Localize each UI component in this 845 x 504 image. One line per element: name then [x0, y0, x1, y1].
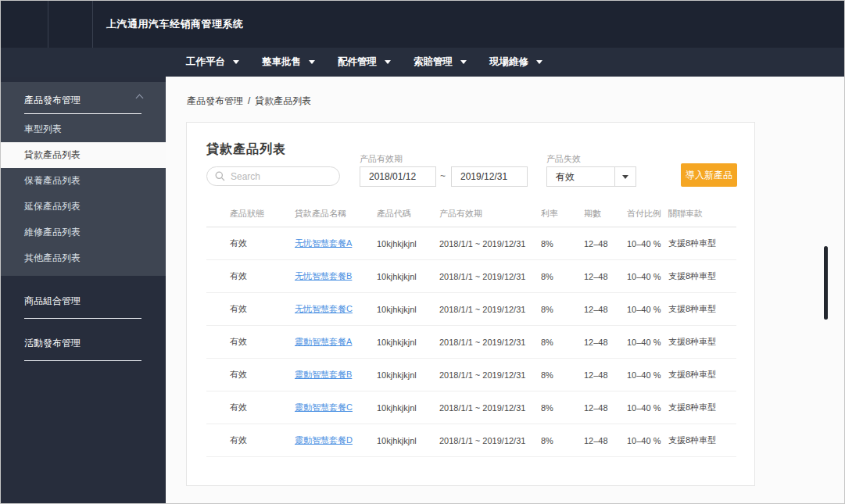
chevron-down-icon [385, 60, 391, 64]
cell-down-payment: 10–40 % [627, 370, 668, 380]
cell-product-name-link[interactable]: 无忧智慧套餐B [295, 270, 377, 282]
cell-periods: 12–48 [584, 338, 627, 347]
sidebar-link-item[interactable]: 商品組合管理 [1, 295, 166, 319]
cell-vehicles: 支援8种車型 [668, 336, 736, 348]
status-filter-label: 产品失效 [546, 153, 581, 165]
cell-product-code: 10kjhkjkjnl [377, 338, 439, 347]
sidebar-menu-item[interactable]: 維修產品列表 [1, 220, 166, 245]
date-from-input[interactable] [360, 166, 436, 187]
col-header-rate: 利率 [541, 208, 584, 220]
cell-down-payment: 10–40 % [627, 305, 668, 314]
cell-product-name-link[interactable]: 靈動智慧套餐D [295, 434, 377, 446]
sidebar-menu-label: 維修產品列表 [24, 227, 81, 238]
sidebar-menu-label: 其他產品列表 [24, 252, 81, 263]
cell-validity: 2018/1/1 ~ 2019/12/31 [439, 338, 541, 347]
cell-validity: 2018/1/1 ~ 2019/12/31 [439, 239, 541, 248]
status-select-value: 有效 [547, 170, 614, 184]
sidebar-menu-item[interactable]: 車型列表 [1, 116, 166, 142]
cell-down-payment: 10–40 % [627, 272, 668, 281]
breadcrumb: 產品發布管理/貸款產品列表 [187, 95, 311, 108]
date-to-input[interactable] [451, 166, 528, 187]
cell-rate: 8% [541, 436, 584, 445]
cell-product-code: 10kjhkjkjnl [377, 370, 439, 380]
cell-validity: 2018/1/1 ~ 2019/12/31 [439, 436, 541, 445]
vertical-scrollbar-thumb[interactable] [824, 246, 828, 320]
cell-product-name-link[interactable]: 无忧智慧套餐A [295, 238, 377, 249]
cell-product-code: 10kjhkjkjnl [377, 272, 439, 281]
breadcrumb-parent[interactable]: 產品發布管理 [187, 95, 243, 106]
col-header-code: 產品代碼 [377, 208, 439, 220]
cell-rate: 8% [541, 403, 584, 413]
col-header-status: 產品狀態 [230, 208, 295, 220]
main-content: 產品發布管理/貸款產品列表 貸款產品列表 产品有效期 ~ 产品失效 有效 [166, 77, 845, 504]
table-header-row: 產品狀態 貸款產品名稱 產品代碼 产品有效期 利率 期數 首付比例 關聯車款 [206, 201, 736, 227]
cell-vehicles: 支援8种車型 [668, 238, 736, 249]
cell-product-name-link[interactable]: 靈動智慧套餐C [295, 402, 377, 413]
cell-status: 有效 [230, 336, 295, 348]
sidebar-menu-item[interactable]: 貸款產品列表 [1, 142, 166, 168]
top-header-bar: 上汽通用汽车经销商管理系统 [1, 1, 844, 48]
cell-product-name-link[interactable]: 无忧智慧套餐C [295, 303, 377, 315]
col-header-periods: 期數 [584, 208, 627, 220]
group-underline [24, 113, 141, 114]
breadcrumb-separator: / [248, 95, 250, 106]
cell-product-code: 10kjhkjkjnl [377, 239, 439, 248]
chevron-down-icon [536, 60, 542, 64]
loan-products-table: 產品狀態 貸款產品名稱 產品代碼 产品有效期 利率 期數 首付比例 關聯車款 有… [206, 201, 736, 457]
nav-menu-label: 現場維修 [489, 55, 528, 69]
nav-menu-item[interactable]: 現場維修 [489, 55, 542, 69]
cell-rate: 8% [541, 305, 584, 314]
link-underline [24, 318, 141, 319]
status-select[interactable]: 有效 [546, 166, 636, 187]
panel-title: 貸款產品列表 [206, 141, 286, 158]
nav-menu-item[interactable]: 工作平台 [186, 55, 239, 69]
sidebar-menu-item[interactable]: 延保產品列表 [1, 194, 166, 220]
nav-menu-item[interactable]: 索賠管理 [414, 55, 467, 69]
cell-product-name-link[interactable]: 靈動智慧套餐A [295, 336, 377, 348]
cell-periods: 12–48 [584, 239, 627, 248]
cell-vehicles: 支援8种車型 [668, 369, 736, 381]
nav-menu-label: 工作平台 [186, 55, 225, 69]
table-row: 有效 靈動智慧套餐C 10kjhkjkjnl 2018/1/1 ~ 2019/1… [206, 391, 736, 424]
cell-down-payment: 10–40 % [627, 436, 668, 445]
cell-periods: 12–48 [584, 370, 627, 380]
search-input[interactable] [231, 171, 331, 182]
nav-menu-label: 配件管理 [338, 55, 377, 69]
sidebar-menu-item[interactable]: 保養產品列表 [1, 168, 166, 194]
table-row: 有效 无忧智慧套餐A 10kjhkjkjnl 2018/1/1 ~ 2019/1… [206, 227, 736, 260]
cell-periods: 12–48 [584, 305, 627, 314]
sidebar: 產品發布管理 車型列表 貸款產品列表 保養產品列表 延保產品列表 維修產品列表 … [1, 77, 166, 504]
breadcrumb-current: 貸款產品列表 [255, 95, 311, 106]
cell-vehicles: 支援8种車型 [668, 270, 736, 282]
cell-product-code: 10kjhkjkjnl [377, 403, 439, 413]
cell-periods: 12–48 [584, 436, 627, 445]
search-icon [215, 171, 225, 181]
header-divider [92, 1, 93, 48]
loan-products-panel: 貸款產品列表 产品有效期 ~ 产品失效 有效 [186, 122, 755, 486]
app-title: 上汽通用汽车经销商管理系统 [106, 1, 244, 48]
link-underline [24, 360, 141, 361]
main-nav-bar: 工作平台 整車批售 配件管理 索賠管理 現場維修 [1, 48, 844, 77]
cell-validity: 2018/1/1 ~ 2019/12/31 [439, 305, 541, 314]
import-new-product-button[interactable]: 導入新產品 [681, 163, 737, 187]
nav-menu-item[interactable]: 整車批售 [262, 55, 315, 69]
cell-periods: 12–48 [584, 403, 627, 413]
cell-vehicles: 支援8种車型 [668, 434, 736, 446]
sidebar-link-item[interactable]: 活動發布管理 [1, 337, 166, 361]
cell-down-payment: 10–40 % [627, 338, 668, 347]
cell-status: 有效 [230, 303, 295, 315]
cell-periods: 12–48 [584, 272, 627, 281]
sidebar-link-label: 活動發布管理 [24, 337, 142, 350]
cell-down-payment: 10–40 % [627, 403, 668, 413]
chevron-down-icon [309, 60, 315, 64]
select-arrow-zone [614, 167, 636, 186]
col-header-down-payment: 首付比例 [627, 208, 668, 220]
search-box [206, 166, 340, 186]
nav-menu-item[interactable]: 配件管理 [338, 55, 391, 69]
col-header-validity: 产品有效期 [439, 208, 541, 220]
sidebar-menu-item[interactable]: 其他產品列表 [1, 245, 166, 271]
sidebar-group-header[interactable]: 產品發布管理 [1, 82, 166, 107]
cell-product-code: 10kjhkjkjnl [377, 436, 439, 445]
validity-filter-label: 产品有效期 [360, 153, 403, 165]
cell-product-name-link[interactable]: 靈動智慧套餐B [295, 369, 377, 381]
